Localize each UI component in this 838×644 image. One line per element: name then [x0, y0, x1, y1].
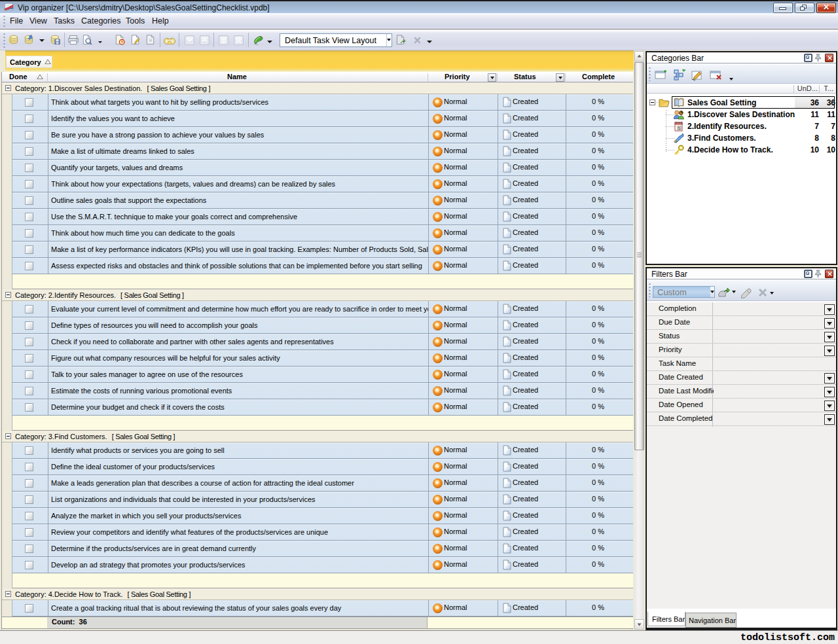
svg-text:5: 5 [678, 126, 680, 130]
